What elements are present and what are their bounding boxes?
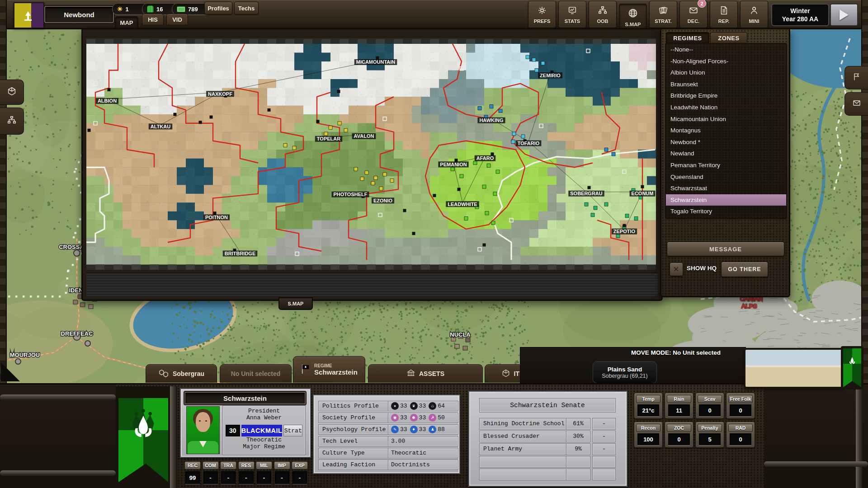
- gear-icon: [537, 5, 547, 17]
- profile-row-value: 3.00: [388, 436, 458, 446]
- left-edge-tab-items[interactable]: [0, 80, 24, 105]
- window-tab-label: VID: [172, 16, 182, 23]
- bottom-tab-sobergrau[interactable]: Sobergrau: [146, 364, 217, 383]
- profiles-button[interactable]: Profiles: [204, 2, 232, 14]
- cube-icon: [7, 86, 17, 98]
- regime-panel-title: Schwarzstein: [223, 394, 267, 402]
- regime-stat-value: -: [257, 471, 271, 484]
- window-tab-vid[interactable]: VID: [166, 14, 188, 25]
- regime-list-item[interactable]: Braunsekt: [666, 79, 786, 90]
- smap-window: [81, 28, 663, 301]
- nav-button-stats[interactable]: STATS: [558, 1, 586, 28]
- regime-list-item[interactable]: -Non-Aligned Forces-: [666, 56, 786, 67]
- nav-button-dec[interactable]: DEC.2: [679, 1, 708, 28]
- end-turn-button[interactable]: [830, 4, 858, 26]
- sword-icon: ✎: [391, 426, 399, 433]
- notification-badge: 2: [698, 0, 706, 8]
- right-edge-tab-mail[interactable]: [844, 92, 868, 116]
- bottom-tab-schwarzstein[interactable]: REGIMESchwarzstein: [293, 356, 365, 383]
- regime-list-item[interactable]: Micamountain Union: [666, 113, 786, 125]
- regime-flag-emblem: [118, 398, 168, 461]
- tile-preview[interactable]: [744, 348, 844, 389]
- nav-button-mini[interactable]: MINI: [740, 1, 768, 28]
- regime-stat-label: REC: [184, 461, 201, 469]
- smap-window-tag[interactable]: S.MAP: [278, 297, 313, 310]
- date-year: Year 280 AA: [782, 15, 818, 23]
- turn-value: 1: [126, 6, 129, 13]
- bottom-tab-label: Schwarzstein: [314, 368, 358, 376]
- regime-list-item[interactable]: Queensland: [666, 171, 786, 183]
- show-hq-label: SHOW HQ: [687, 265, 717, 272]
- bottom-tab-no-unit-selected[interactable]: No Unit selected: [220, 364, 292, 383]
- senate-faction-pct: [566, 469, 590, 480]
- hex-stat-value: 100: [637, 433, 659, 445]
- cube-icon: [501, 369, 510, 379]
- date-display: Winter Year 280 AA: [771, 4, 829, 26]
- nav-button-strat[interactable]: STRAT.: [649, 1, 677, 28]
- tile-owner-flag-emblem: [843, 348, 861, 375]
- hex-stat-rad: RAD0: [726, 422, 755, 448]
- nav-button-smap[interactable]: S.MAP: [619, 4, 647, 31]
- envelope-icon: [689, 5, 698, 17]
- right-edge-tab-flag[interactable]: [844, 66, 868, 89]
- regime-list-item[interactable]: --None--: [666, 44, 786, 56]
- regime-list-item[interactable]: Schwarzstein: [666, 194, 786, 206]
- hex-stat-label: Temp: [636, 395, 660, 403]
- stance-value: 30: [226, 425, 240, 436]
- regime-stat-label: IMP: [274, 461, 290, 469]
- regime-list-item[interactable]: Albion Union: [666, 67, 786, 79]
- regime-stat-label: MIL: [256, 461, 272, 469]
- senate-faction-pct: 30%: [566, 431, 590, 442]
- profile-row-label: Leading Faction: [318, 460, 390, 470]
- report-icon: [719, 5, 729, 17]
- profile-row-label: Culture Type: [318, 448, 390, 458]
- senate-panel: Schwarzstein Senate Shining Doctrine Sch…: [468, 391, 627, 487]
- hex-stat-value: 0: [730, 433, 751, 445]
- nav-button-rep[interactable]: REP.: [710, 1, 738, 28]
- go-there-button[interactable]: GO THERE: [721, 262, 768, 277]
- crown-icon: ♛: [410, 402, 418, 410]
- panel-tab-label: REGIMES: [673, 35, 702, 42]
- player-flag[interactable]: [14, 2, 44, 28]
- show-hq-checkbox[interactable]: ✕: [670, 263, 683, 276]
- regime-list-item[interactable]: Pemanan Territory: [666, 160, 786, 171]
- window-tab-map[interactable]: MAP: [115, 16, 138, 29]
- strat-button[interactable]: Strat: [283, 425, 302, 436]
- regime-list-item[interactable]: Schwarzstaat: [666, 183, 786, 194]
- hud-left-machinery: [0, 385, 116, 488]
- bottom-tab-assets[interactable]: ASSETS: [368, 364, 483, 383]
- hex-stat-value: 11: [668, 404, 690, 416]
- nav-button-prefs[interactable]: PREFS: [528, 1, 556, 28]
- regime-list-item[interactable]: Newbond *: [666, 136, 786, 148]
- scroll-corner-arrow[interactable]: [1, 362, 20, 381]
- hammer-sickle-icon: ☭: [429, 414, 436, 422]
- leader-portrait[interactable]: [186, 406, 220, 454]
- bottom-tab-label: No Unit selected: [231, 370, 281, 377]
- leader-info-cell: President Anna Weber 30 BLACKMAIL Strat …: [222, 405, 306, 455]
- left-edge-tab-oob[interactable]: [0, 108, 24, 135]
- regime-list-item[interactable]: Newland: [666, 148, 786, 160]
- regime-list-item[interactable]: Britbridge Empire: [666, 90, 786, 102]
- pipe-decoration: [0, 470, 116, 476]
- star-icon: ★: [391, 402, 399, 410]
- panel-tab-zones[interactable]: ZONES: [710, 32, 747, 44]
- nav-button-label: REP.: [718, 19, 729, 24]
- panel-tab-regimes[interactable]: REGIMES: [666, 32, 709, 44]
- political-points-value: 16: [156, 6, 163, 13]
- regime-list-item[interactable]: Montagnus: [666, 125, 786, 136]
- profile-row-value: ✎33♦33♟88: [388, 424, 458, 435]
- senate-faction-extra: [592, 456, 616, 468]
- regime-list-item[interactable]: Togalo Territory: [666, 206, 786, 217]
- profile-row-value: Theocratic: [388, 448, 458, 458]
- profile-icon-value: 33: [419, 426, 426, 433]
- message-button[interactable]: MESSAGE: [667, 242, 784, 256]
- strategic-map-canvas[interactable]: [86, 38, 656, 270]
- regime-stat-label: RES: [238, 461, 255, 469]
- hex-stat-label: Free Folk: [728, 395, 753, 403]
- window-tab-his[interactable]: HIS: [142, 14, 164, 25]
- nav-button-oob[interactable]: OOB: [589, 1, 617, 28]
- techs-button[interactable]: Techs: [234, 2, 259, 14]
- sun-icon: ☀: [117, 5, 123, 13]
- regime-list-item[interactable]: Leadwhite Nation: [666, 102, 786, 113]
- hex-stat-value: 5: [699, 433, 721, 445]
